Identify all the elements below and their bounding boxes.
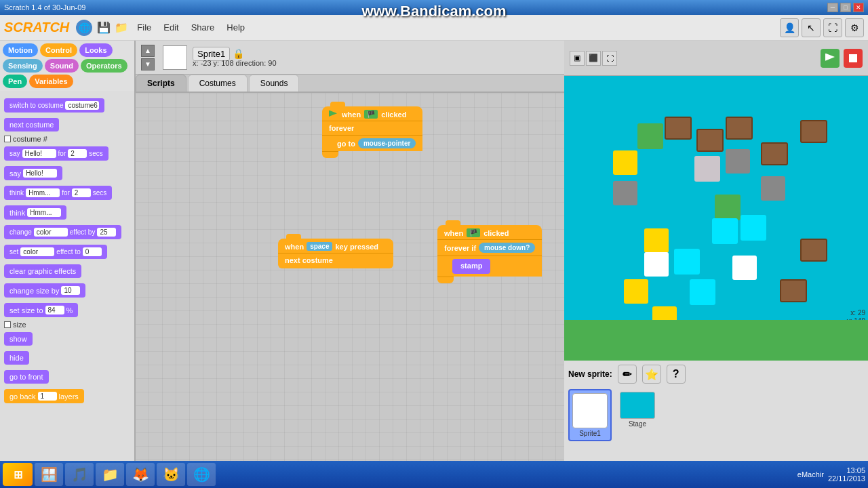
space-key-input[interactable]: space <box>307 242 332 251</box>
resize-normal-button[interactable]: ▣ <box>570 51 585 66</box>
sprite-gray-3[interactable] <box>761 176 785 201</box>
block-clear-effects[interactable]: clear graphic effects <box>4 262 130 280</box>
sprite-brown-3[interactable] <box>726 117 753 140</box>
taskbar-app-1[interactable]: 🪟 <box>35 463 63 486</box>
sprite-brown-7[interactable] <box>780 279 807 302</box>
settings-icon[interactable]: ⚙ <box>845 18 864 37</box>
block-say[interactable]: say Hello! <box>4 164 130 182</box>
green-flag-button[interactable] <box>821 49 840 68</box>
star-sprite-button[interactable]: ⭐ <box>642 365 661 384</box>
user-icon[interactable]: 👤 <box>780 18 799 37</box>
sprite-box-green-2 <box>715 195 741 220</box>
cursor-icon[interactable]: ↖ <box>802 18 821 37</box>
taskbar-app-2[interactable]: 🎵 <box>65 463 94 486</box>
stop-button[interactable] <box>844 49 863 68</box>
maximize-button[interactable]: □ <box>840 3 851 12</box>
help-sprite-button[interactable]: ? <box>667 365 686 384</box>
sprite-brown-2[interactable] <box>696 129 724 152</box>
resize-wide-button[interactable]: ⬛ <box>586 51 601 66</box>
save-icon[interactable]: 💾 <box>96 20 111 35</box>
sprite-white-1[interactable] <box>694 156 720 182</box>
block-costume-num[interactable]: costume # <box>4 135 130 143</box>
block-show[interactable]: show <box>4 330 130 348</box>
stage-canvas[interactable]: x: 29 y: 149 <box>564 76 868 361</box>
hat-block-2[interactable]: when space key pressed <box>278 239 393 253</box>
sprite-brown-1[interactable] <box>665 117 692 140</box>
sprite-cyan-1[interactable] <box>712 218 738 244</box>
menu-file[interactable]: File <box>132 20 157 35</box>
sprite-yellow-2[interactable] <box>644 228 669 253</box>
category-operators[interactable]: Operators <box>81 59 127 73</box>
taskbar-app-6[interactable]: 🌐 <box>187 463 216 486</box>
category-sensing[interactable]: Sensing <box>3 59 43 73</box>
stamp-block[interactable]: stamp <box>452 259 490 274</box>
category-motion[interactable]: Motion <box>3 43 38 57</box>
category-variables[interactable]: Variables <box>29 75 73 88</box>
block-go-back[interactable]: go back 1 layers <box>4 387 130 405</box>
sprite-brown-5[interactable] <box>800 120 827 143</box>
forever-if-block[interactable]: forever if mouse down? <box>437 239 542 256</box>
sprite-yellow-1[interactable] <box>613 150 637 175</box>
tab-sounds[interactable]: Sounds <box>249 75 300 92</box>
hat-block-1[interactable]: when 🏴 clicked <box>322 106 422 121</box>
block-next-costume[interactable]: next costume <box>4 116 130 134</box>
block-think[interactable]: think Hmm... <box>4 203 130 222</box>
folder-icon[interactable]: 📁 <box>114 20 129 35</box>
category-control[interactable]: Control <box>40 43 77 57</box>
taskbar-app-5[interactable]: 🐱 <box>157 463 185 486</box>
go-to-block[interactable]: go to mouse-pointer <box>322 135 422 151</box>
globe-button[interactable]: 🌐 <box>76 20 92 36</box>
taskbar-app-4[interactable]: 🦊 <box>126 463 155 486</box>
block-size-checkbox[interactable]: size <box>4 321 130 329</box>
hat-block-3[interactable]: when 🏴 clicked <box>437 225 542 239</box>
sprite-white-3[interactable] <box>732 256 757 280</box>
block-change-effect[interactable]: change color effect by 25 <box>4 223 130 241</box>
sprite-tile-stage[interactable]: Stage <box>617 389 658 441</box>
sprite-brown-4[interactable] <box>761 142 788 165</box>
block-go-front[interactable]: go to front <box>4 368 130 386</box>
sprite-green-1[interactable] <box>637 123 663 149</box>
sprite-green-2[interactable] <box>715 195 741 220</box>
menu-edit[interactable]: Edit <box>158 20 184 35</box>
resize-full-button[interactable]: ⛶ <box>602 51 617 66</box>
paint-sprite-button[interactable]: ✏ <box>618 365 637 384</box>
taskbar-app-3[interactable]: 📁 <box>96 463 124 486</box>
sprite-gray-2[interactable] <box>726 149 750 174</box>
sprite-tile-sprite1[interactable]: Sprite1 <box>568 389 612 441</box>
start-button[interactable]: ⊞ <box>3 463 33 486</box>
taskbar-user: eMachir <box>797 470 824 479</box>
sprite-yellow-3[interactable] <box>624 279 648 304</box>
block-set-effect[interactable]: set color effect to 0 <box>4 243 130 261</box>
block-set-size[interactable]: set size to 84 % <box>4 301 130 319</box>
script-area[interactable]: when 🏴 clicked forever go to mouse-point… <box>136 93 564 487</box>
sprite-cyan-4[interactable] <box>690 279 715 305</box>
sprite-gray-1[interactable] <box>613 181 637 205</box>
menu-share[interactable]: Share <box>186 20 220 35</box>
block-hide[interactable]: hide <box>4 349 130 367</box>
fullscreen-icon[interactable]: ⛶ <box>823 18 842 37</box>
block-say-secs[interactable]: say Hello! for 2 secs <box>4 144 130 163</box>
minimize-button[interactable]: ─ <box>827 3 838 12</box>
forever-block[interactable]: forever <box>322 121 422 135</box>
sprite-brown-6[interactable] <box>800 239 827 262</box>
green-flag-icon <box>825 54 835 63</box>
tab-scripts[interactable]: Scripts <box>136 75 186 92</box>
block-switch-costume[interactable]: switch to costume costume6 <box>4 96 130 115</box>
next-costume-block[interactable]: next costume <box>278 253 393 268</box>
block-change-size[interactable]: change size by 10 <box>4 281 130 300</box>
mouse-pointer-input[interactable]: mouse-pointer <box>358 138 416 148</box>
sprite-nav-up[interactable]: ▲ <box>141 45 155 57</box>
mouse-down-input[interactable]: mouse down? <box>479 243 535 253</box>
sprite-cyan-3[interactable] <box>674 249 700 274</box>
sprite-cyan-2[interactable] <box>741 215 766 241</box>
menu-help[interactable]: Help <box>221 20 250 35</box>
block-think-secs[interactable]: think Hmm... for 2 secs <box>4 184 130 202</box>
category-looks[interactable]: Looks <box>79 43 112 57</box>
category-sound[interactable]: Sound <box>45 59 79 73</box>
close-button[interactable]: ✕ <box>853 3 864 12</box>
tab-costumes[interactable]: Costumes <box>188 75 248 92</box>
sprite-nav-down[interactable]: ▼ <box>141 58 155 70</box>
category-pen[interactable]: Pen <box>3 75 27 88</box>
sprite-white-2[interactable] <box>644 252 669 277</box>
menubar: SCRATCH 🌐 💾 📁 File Edit Share Help 👤 ↖ ⛶… <box>0 15 868 41</box>
